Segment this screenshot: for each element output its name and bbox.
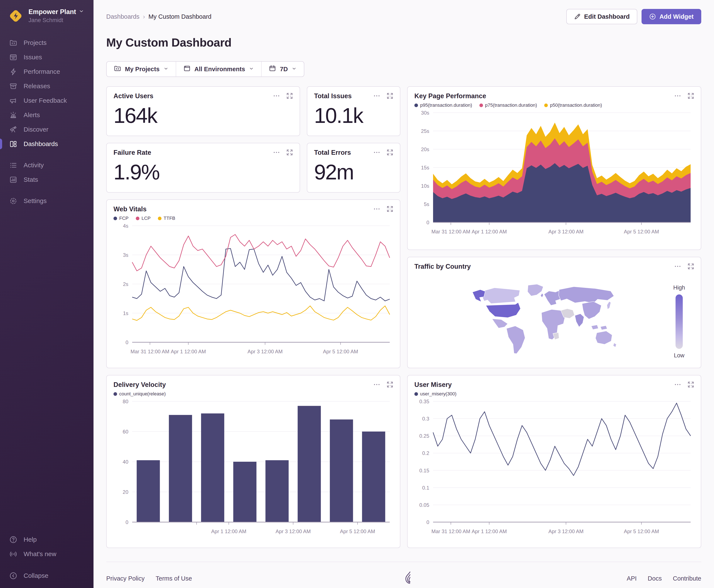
calendar-icon xyxy=(269,65,276,74)
sidebar-item-help[interactable]: Help xyxy=(0,532,93,547)
environment-filter[interactable]: All Environments xyxy=(176,62,261,77)
stats-icon xyxy=(9,176,17,184)
widget-total-errors: Total Errors 92m xyxy=(307,143,401,193)
sidebar-item-settings[interactable]: Settings xyxy=(0,194,93,208)
widget-menu-icon[interactable] xyxy=(373,381,381,388)
widget-menu-icon[interactable] xyxy=(674,381,681,388)
privacy-policy-link[interactable]: Privacy Policy xyxy=(106,575,145,582)
sidebar-item-label: Discover xyxy=(24,126,48,133)
svg-text:3s: 3s xyxy=(123,252,128,258)
svg-text:Mar 31 12:00 AM: Mar 31 12:00 AM xyxy=(130,349,169,354)
date-range-filter[interactable]: 7D xyxy=(261,62,304,77)
chart-legend: user_misery(300) xyxy=(414,391,694,397)
svg-text:0: 0 xyxy=(427,219,429,225)
breadcrumb-dashboards-link[interactable]: Dashboards xyxy=(106,13,139,20)
sidebar-item-alerts[interactable]: Alerts xyxy=(0,108,93,122)
dashboard-grid: Active Users 164k Total Issues 10.1k Key… xyxy=(106,86,701,548)
user-feedback-icon xyxy=(9,97,17,105)
legend-item: TTFB xyxy=(158,215,175,221)
widget-menu-icon[interactable] xyxy=(674,263,681,270)
page-title: My Custom Dashboard xyxy=(106,36,701,49)
svg-text:Apr 1 12:00 AM: Apr 1 12:00 AM xyxy=(171,349,206,354)
terms-of-use-link[interactable]: Terms of Use xyxy=(156,575,192,582)
widget-menu-icon[interactable] xyxy=(674,92,681,100)
widget-title: Delivery Velocity xyxy=(113,381,393,388)
widget-title: Traffic by Country xyxy=(414,263,694,270)
widget-expand-icon[interactable] xyxy=(687,263,694,270)
svg-text:Apr 1 12:00 AM: Apr 1 12:00 AM xyxy=(472,229,506,234)
key-page-performance-chart: 05s10s15s20s25s30sMar 31 12:00 AMApr 1 1… xyxy=(414,110,695,235)
sidebar-item-label: Issues xyxy=(24,54,42,61)
chart-legend: FCPLCPTTFB xyxy=(113,215,393,221)
svg-text:0.15: 0.15 xyxy=(419,468,429,474)
sidebar-item-projects[interactable]: Projects xyxy=(0,36,93,50)
svg-text:Apr 5 12:00 AM: Apr 5 12:00 AM xyxy=(624,528,659,534)
docs-link[interactable]: Docs xyxy=(648,575,662,582)
svg-text:Mar 31 12:00 AM: Mar 31 12:00 AM xyxy=(431,229,470,234)
edit-dashboard-button[interactable]: Edit Dashboard xyxy=(566,9,637,24)
sidebar-item-label: Help xyxy=(24,536,37,543)
filter-bar: My Projects All Environments 7D xyxy=(106,61,304,77)
legend-item: user_misery(300) xyxy=(414,391,456,397)
widget-expand-icon[interactable] xyxy=(386,92,393,100)
sidebar-item-dashboards[interactable]: Dashboards xyxy=(0,137,93,151)
widget-expand-icon[interactable] xyxy=(687,92,694,100)
widget-expand-icon[interactable] xyxy=(386,205,393,213)
sidebar-item-releases[interactable]: Releases xyxy=(0,79,93,93)
svg-text:0.1: 0.1 xyxy=(422,485,429,491)
svg-text:25s: 25s xyxy=(421,128,429,134)
legend-item: count_unique(release) xyxy=(113,391,166,397)
project-filter[interactable]: My Projects xyxy=(107,62,176,77)
sidebar-item-collapse[interactable]: Collapse xyxy=(0,568,93,583)
widget-menu-icon[interactable] xyxy=(373,205,381,213)
sidebar-item-label: Activity xyxy=(24,162,44,169)
legend-item: p95(transaction.duration) xyxy=(414,103,472,108)
sidebar-item-what-s-new[interactable]: What's new xyxy=(0,547,93,561)
world-map xyxy=(468,280,631,356)
widget-expand-icon[interactable] xyxy=(386,149,393,156)
sentry-logo-icon xyxy=(403,571,415,587)
widget-menu-icon[interactable] xyxy=(273,92,280,100)
svg-text:40: 40 xyxy=(123,459,128,465)
breadcrumb-separator: › xyxy=(143,13,145,20)
svg-text:Mar 31 12:00 AM: Mar 31 12:00 AM xyxy=(431,528,470,534)
user-name: Jane Schmidt xyxy=(28,17,84,24)
widget-expand-icon[interactable] xyxy=(687,381,694,388)
svg-text:5s: 5s xyxy=(424,201,429,207)
add-widget-button[interactable]: Add Widget xyxy=(642,9,701,24)
scale-low-label: Low xyxy=(666,352,692,359)
svg-text:60: 60 xyxy=(123,429,128,435)
total-issues-value: 10.1k xyxy=(314,103,393,128)
api-link[interactable]: API xyxy=(627,575,637,582)
widget-expand-icon[interactable] xyxy=(286,149,293,156)
svg-text:Apr 5 12:00 AM: Apr 5 12:00 AM xyxy=(624,229,659,234)
contribute-link[interactable]: Contribute xyxy=(673,575,701,582)
sidebar-item-activity[interactable]: Activity xyxy=(0,158,93,172)
sidebar-item-label: Stats xyxy=(24,176,38,183)
widget-menu-icon[interactable] xyxy=(373,149,381,156)
chevron-down-icon xyxy=(249,66,254,73)
sidebar-item-discover[interactable]: Discover xyxy=(0,122,93,137)
widget-expand-icon[interactable] xyxy=(286,92,293,100)
legend-item: p75(transaction.duration) xyxy=(479,103,537,108)
widget-expand-icon[interactable] xyxy=(386,381,393,388)
widget-active-users: Active Users 164k xyxy=(106,86,300,136)
svg-text:Apr 3 12:00 AM: Apr 3 12:00 AM xyxy=(548,229,584,234)
help-icon xyxy=(9,536,17,544)
svg-text:0.35: 0.35 xyxy=(419,399,429,404)
svg-text:20s: 20s xyxy=(421,146,429,152)
svg-text:Apr 3 12:00 AM: Apr 3 12:00 AM xyxy=(247,349,283,354)
widget-menu-icon[interactable] xyxy=(373,92,381,100)
sidebar-item-label: User Feedback xyxy=(24,97,67,104)
scale-gradient-bar xyxy=(675,294,683,349)
org-switcher[interactable]: Empower Plant Jane Schmidt xyxy=(0,0,93,28)
widget-title: Web Vitals xyxy=(113,205,393,213)
sidebar-item-stats[interactable]: Stats xyxy=(0,172,93,187)
widget-traffic-by-country: Traffic by Country High Low xyxy=(407,257,701,368)
chart-legend: count_unique(release) xyxy=(113,391,393,397)
sidebar-item-user-feedback[interactable]: User Feedback xyxy=(0,93,93,108)
sidebar-item-performance[interactable]: Performance xyxy=(0,64,93,79)
failure-rate-value: 1.9% xyxy=(113,160,293,184)
sidebar-item-issues[interactable]: Issues xyxy=(0,50,93,64)
widget-menu-icon[interactable] xyxy=(273,149,280,156)
